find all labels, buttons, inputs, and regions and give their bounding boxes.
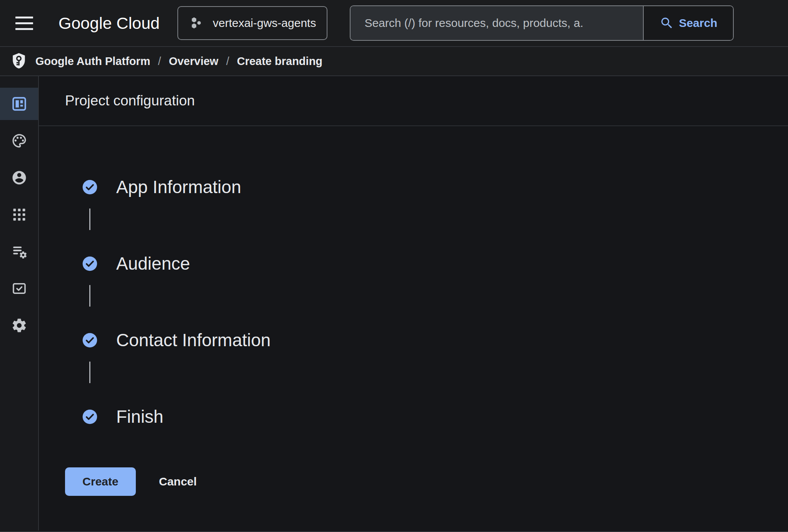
- step-completed-check-icon: [82, 256, 98, 272]
- palette-icon: [11, 133, 27, 149]
- step-completed-check-icon: [82, 179, 98, 195]
- search-icon: [659, 16, 674, 30]
- search-button[interactable]: Search: [643, 6, 733, 40]
- wizard-actions: Create Cancel: [65, 467, 788, 496]
- cancel-button[interactable]: Cancel: [150, 467, 205, 496]
- main-panel: Project configuration App Information Au…: [39, 76, 788, 530]
- page-title: Project configuration: [65, 93, 195, 109]
- breadcrumb-item-google-auth-platform[interactable]: Google Auth Platform: [35, 55, 150, 68]
- sidebar-item-data-access[interactable]: [0, 235, 38, 268]
- step-label: Contact Information: [116, 330, 270, 350]
- sidebar-item-overview[interactable]: [0, 88, 38, 120]
- breadcrumb-separator: /: [158, 55, 161, 68]
- breadcrumb-item-create-branding: Create branding: [237, 55, 322, 68]
- sidebar-item-audience[interactable]: [0, 162, 38, 194]
- apps-grid-icon: [11, 207, 27, 223]
- step-label: App Information: [116, 177, 241, 197]
- step-app-information[interactable]: App Information: [82, 172, 788, 202]
- hamburger-menu-icon[interactable]: [15, 11, 40, 35]
- google-cloud-console-window: Google Cloud vertexai-gws-agents Search: [0, 0, 788, 532]
- step-connector: [82, 208, 788, 248]
- step-completed-check-icon: [82, 332, 98, 348]
- breadcrumb: Google Auth Platform / Overview / Create…: [0, 47, 788, 76]
- step-contact-information[interactable]: Contact Information: [82, 325, 788, 355]
- auth-shield-key-icon: [11, 52, 27, 70]
- top-app-bar: Google Cloud vertexai-gws-agents Search: [0, 0, 788, 47]
- google-cloud-logo: Google Cloud: [58, 14, 160, 33]
- search-button-label: Search: [679, 17, 717, 30]
- step-connector: [82, 285, 788, 325]
- step-label: Audience: [116, 253, 190, 274]
- global-search: Search: [350, 5, 734, 41]
- dashboard-icon: [11, 96, 27, 112]
- project-selector-button[interactable]: vertexai-gws-agents: [177, 6, 327, 40]
- list-gear-icon: [11, 243, 27, 260]
- sidebar-item-branding[interactable]: [0, 125, 38, 157]
- project-hexagons-icon: [189, 15, 204, 31]
- side-nav: [0, 76, 39, 530]
- gear-icon: [11, 317, 27, 334]
- search-input[interactable]: [351, 6, 643, 40]
- step-completed-check-icon: [82, 409, 98, 425]
- checkbox-icon: [11, 280, 27, 297]
- project-name-label: vertexai-gws-agents: [213, 17, 316, 30]
- step-label: Finish: [116, 406, 164, 427]
- step-audience[interactable]: Audience: [82, 248, 788, 279]
- person-icon: [11, 170, 27, 186]
- wizard-stepper: App Information Audience Contact Informa…: [39, 172, 788, 432]
- create-button[interactable]: Create: [65, 467, 136, 496]
- sidebar-item-verification-center[interactable]: [0, 272, 38, 305]
- panel-header: Project configuration: [39, 76, 788, 126]
- step-finish[interactable]: Finish: [82, 401, 788, 432]
- step-connector: [82, 362, 788, 401]
- sidebar-item-settings[interactable]: [0, 309, 38, 342]
- breadcrumb-separator: /: [226, 55, 229, 68]
- sidebar-item-clients[interactable]: [0, 198, 38, 231]
- breadcrumb-item-overview[interactable]: Overview: [169, 55, 219, 68]
